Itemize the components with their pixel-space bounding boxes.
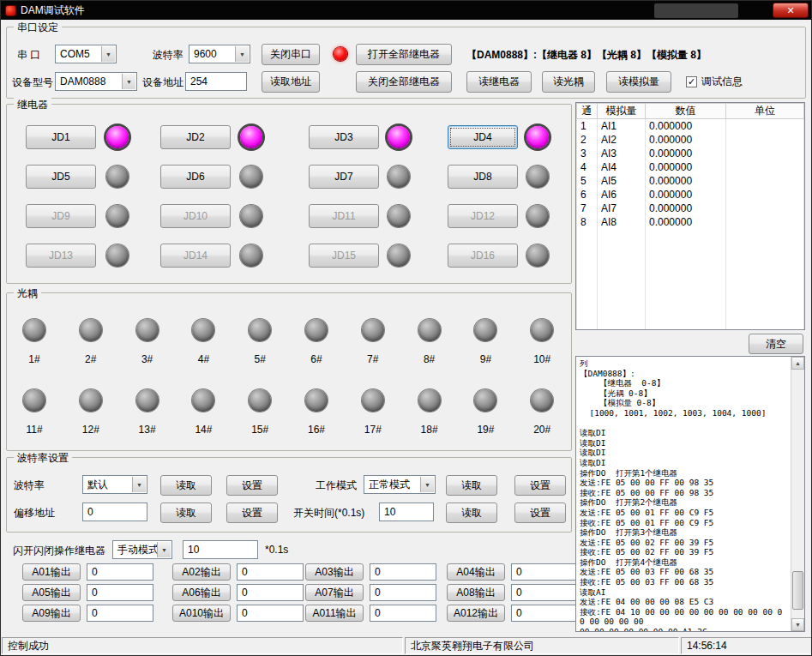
relay-button-jd3[interactable]: JD3 — [309, 125, 379, 149]
output-button-a09输出[interactable]: A09输出 — [22, 605, 81, 622]
output-button-a01输出[interactable]: A01输出 — [22, 563, 81, 581]
switch-time-input[interactable]: 10 — [379, 503, 434, 521]
relay-led-jd12 — [526, 205, 549, 227]
output-button-a08输出[interactable]: A08输出 — [447, 584, 505, 601]
output-value-input-5[interactable]: 0 — [87, 584, 153, 601]
chevron-down-icon[interactable] — [122, 74, 135, 89]
relay-button-jd8[interactable]: JD8 — [448, 165, 518, 189]
com-port-select[interactable]: COM5 — [55, 45, 117, 63]
opto-led-6 — [305, 319, 328, 341]
opto-label-2: 2# — [69, 353, 113, 365]
scroll-up-icon[interactable] — [791, 357, 804, 370]
relay-led-jd8 — [526, 166, 549, 188]
relay-button-jd12[interactable]: JD12 — [448, 204, 518, 228]
relay-button-jd11[interactable]: JD11 — [309, 204, 379, 228]
work-mode-read-button[interactable]: 读取 — [446, 475, 497, 496]
opto-label-16: 16# — [294, 424, 339, 436]
output-value-input-9[interactable]: 0 — [87, 605, 153, 622]
debug-log-panel[interactable]: 列 【DAM0888】: 【继电器 0-8】 【光耦 0-8】 【模拟量 0-8… — [575, 356, 805, 632]
open-all-relays-button[interactable]: 打开全部继电器 — [356, 44, 452, 65]
scroll-down-icon[interactable] — [791, 618, 804, 631]
switch-time-set-button[interactable]: 设置 — [514, 503, 566, 523]
output-value-input-11[interactable]: 0 — [370, 605, 436, 622]
output-button-a011输出[interactable]: A011输出 — [305, 605, 364, 622]
analog-table-panel[interactable]: 通 模拟量 数值 单位 1AI10.0000002AI20.0000003AI3… — [575, 102, 805, 330]
scrollbar-thumb[interactable] — [792, 571, 803, 610]
relay-button-jd7[interactable]: JD7 — [309, 165, 379, 189]
log-scrollbar[interactable] — [791, 357, 804, 631]
relay-button-jd9[interactable]: JD9 — [26, 204, 96, 228]
relay-button-jd2[interactable]: JD2 — [160, 125, 231, 149]
relay-led-jd14 — [240, 244, 262, 267]
relay-button-jd16[interactable]: JD16 — [448, 244, 518, 268]
offset-read-button[interactable]: 读取 — [160, 503, 212, 523]
output-value-input-10[interactable]: 0 — [237, 605, 304, 622]
baud-default-select[interactable]: 默认 — [82, 475, 147, 494]
read-address-button[interactable]: 读取地址 — [262, 71, 320, 93]
work-mode-select[interactable]: 正常模式 — [364, 475, 436, 494]
relay-button-jd10[interactable]: JD10 — [160, 204, 231, 228]
opto-label-15: 15# — [238, 424, 282, 436]
relay-button-jd6[interactable]: JD6 — [160, 165, 231, 189]
status-time: 14:56:14 — [681, 637, 812, 654]
output-button-a012输出[interactable]: A012输出 — [447, 605, 505, 622]
opto-led-10 — [531, 319, 553, 341]
offset-set-button[interactable]: 设置 — [226, 503, 278, 523]
output-button-a07输出[interactable]: A07输出 — [305, 584, 364, 601]
chevron-down-icon[interactable] — [101, 46, 115, 62]
analog-cell: 0.000000 — [646, 202, 726, 215]
analog-cell: 2 — [577, 133, 598, 147]
output-value-input-8[interactable]: 0 — [511, 584, 578, 601]
offset-address-input[interactable]: 0 — [82, 503, 147, 521]
opto-led-4 — [192, 319, 214, 341]
close-all-relays-button[interactable]: 关闭全部继电器 — [356, 71, 452, 93]
output-button-a02输出[interactable]: A02输出 — [172, 563, 231, 581]
output-button-a05输出[interactable]: A05输出 — [22, 584, 81, 601]
output-value-input-12[interactable]: 0 — [511, 605, 578, 622]
output-button-a03输出[interactable]: A03输出 — [305, 563, 364, 581]
baud-set-button[interactable]: 设置 — [226, 475, 278, 496]
close-serial-button[interactable]: 关闭串口 — [262, 44, 320, 65]
title-bar[interactable]: DAM调试软件 ✕ — [1, 1, 811, 20]
clear-button[interactable]: 清空 — [749, 334, 803, 354]
debug-info-checkbox[interactable]: 调试信息 — [686, 75, 743, 89]
baud-rate-value: 9600 — [194, 48, 217, 60]
flash-operation-row: 闪开闪闭操作继电器 手动模式 10 *0.1s — [8, 539, 565, 560]
baud-read-button[interactable]: 读取 — [160, 475, 212, 496]
read-opto-button[interactable]: 读光耦 — [542, 71, 595, 93]
analog-cell: 7 — [577, 202, 598, 215]
work-mode-set-button[interactable]: 设置 — [514, 475, 566, 496]
read-relays-button[interactable]: 读继电器 — [466, 71, 532, 93]
close-button[interactable]: ✕ — [773, 3, 809, 18]
output-button-a06输出[interactable]: A06输出 — [172, 584, 231, 601]
relay-button-jd14[interactable]: JD14 — [160, 244, 231, 268]
col-value: 数值 — [646, 104, 726, 119]
output-button-a04输出[interactable]: A04输出 — [447, 563, 505, 581]
baud-setting-label: 波特率 — [14, 478, 45, 493]
chevron-down-icon[interactable] — [420, 477, 434, 492]
output-value-input-7[interactable]: 0 — [370, 584, 436, 601]
output-value-input-3[interactable]: 0 — [370, 563, 436, 581]
relay-button-jd15[interactable]: JD15 — [309, 244, 379, 268]
relay-button-jd5[interactable]: JD5 — [26, 165, 96, 189]
output-value-input-6[interactable]: 0 — [237, 584, 304, 601]
flash-time-input[interactable]: 10 — [183, 540, 258, 559]
relay-button-jd1[interactable]: JD1 — [26, 125, 96, 149]
switch-time-read-button[interactable]: 读取 — [446, 503, 497, 523]
baud-rate-select[interactable]: 9600 — [189, 45, 250, 63]
chevron-down-icon[interactable] — [235, 46, 249, 62]
chevron-down-icon[interactable] — [132, 477, 146, 492]
output-value-input-4[interactable]: 0 — [511, 563, 578, 581]
table-row: 1AI10.000000 — [577, 119, 804, 133]
read-analog-button[interactable]: 读模拟量 — [606, 71, 671, 93]
output-value-input-1[interactable]: 0 — [87, 563, 153, 581]
device-model-select[interactable]: DAM0888 — [55, 72, 137, 91]
flash-mode-select[interactable]: 手动模式 — [112, 540, 172, 559]
opto-led-2 — [80, 319, 102, 341]
output-button-a010输出[interactable]: A010输出 — [172, 605, 231, 622]
relay-button-jd4[interactable]: JD4 — [448, 125, 518, 149]
device-address-input[interactable]: 254 — [185, 72, 247, 91]
chevron-down-icon[interactable] — [157, 542, 171, 557]
output-value-input-2[interactable]: 0 — [237, 563, 304, 581]
relay-button-jd13[interactable]: JD13 — [26, 244, 96, 268]
